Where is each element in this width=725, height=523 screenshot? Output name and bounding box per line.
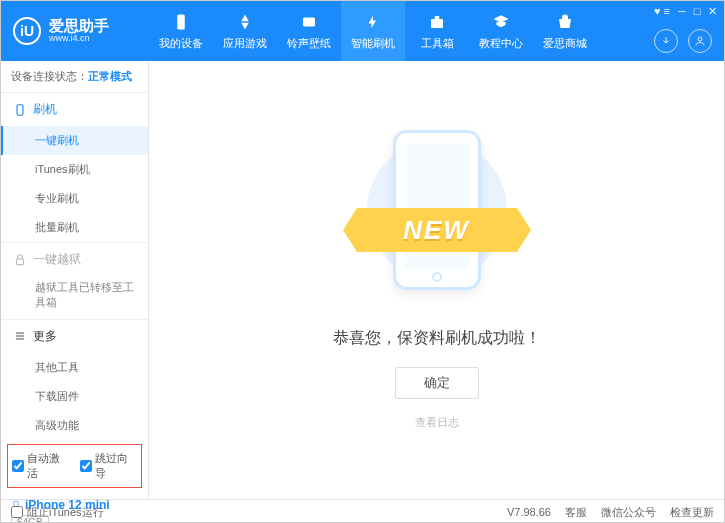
titlebar: iU 爱思助手 www.i4.cn 我的设备 应用游戏 铃声壁纸 智能刷机 工具…	[1, 1, 724, 61]
nav-apps[interactable]: 应用游戏	[213, 1, 277, 61]
connection-status: 设备连接状态：正常模式	[1, 61, 148, 92]
maximize-icon[interactable]: □	[694, 5, 701, 17]
checkbox-skip-guide[interactable]: 跳过向导	[80, 451, 138, 481]
logo-icon: iU	[13, 17, 41, 45]
svg-rect-1	[303, 17, 315, 26]
svg-rect-5	[17, 104, 23, 115]
app-title: 爱思助手	[49, 18, 109, 35]
svg-point-4	[698, 37, 702, 41]
nav-tutorials[interactable]: 教程中心	[469, 1, 533, 61]
svg-rect-6	[17, 258, 24, 264]
section-flash[interactable]: 刷机	[1, 93, 148, 126]
main-nav: 我的设备 应用游戏 铃声壁纸 智能刷机 工具箱 教程中心 爱思商城	[149, 1, 654, 61]
sidebar-item-advanced[interactable]: 高级功能	[1, 411, 148, 440]
svg-rect-2	[431, 19, 443, 28]
checkbox-auto-activate[interactable]: 自动激活	[12, 451, 70, 481]
nav-flash[interactable]: 智能刷机	[341, 1, 405, 61]
svg-rect-0	[177, 14, 185, 29]
sidebar-item-batch[interactable]: 批量刷机	[1, 213, 148, 242]
sidebar-item-itunes[interactable]: iTunes刷机	[1, 155, 148, 184]
app-url: www.i4.cn	[49, 34, 109, 44]
version-label: V7.98.66	[507, 506, 551, 518]
svg-rect-3	[435, 16, 440, 19]
nav-my-device[interactable]: 我的设备	[149, 1, 213, 61]
sidebar-item-oneclick[interactable]: 一键刷机	[1, 126, 148, 155]
options-highlighted: 自动激活 跳过向导	[7, 444, 142, 488]
support-link[interactable]: 客服	[565, 505, 587, 520]
main-content: NEW 恭喜您，保资料刷机成功啦！ 确定 查看日志	[149, 61, 724, 499]
sidebar: 设备连接状态：正常模式 刷机 一键刷机 iTunes刷机 专业刷机 批量刷机 一…	[1, 61, 149, 499]
nav-store[interactable]: 爱思商城	[533, 1, 597, 61]
nav-ringtones[interactable]: 铃声壁纸	[277, 1, 341, 61]
update-link[interactable]: 检查更新	[670, 505, 714, 520]
close-icon[interactable]: ✕	[708, 5, 717, 18]
phone-illustration: NEW	[367, 130, 507, 310]
sidebar-item-download-fw[interactable]: 下载固件	[1, 382, 148, 411]
user-icon[interactable]	[688, 29, 712, 53]
minimize-icon[interactable]: ─	[678, 5, 686, 17]
sidebar-item-other[interactable]: 其他工具	[1, 353, 148, 382]
ok-button[interactable]: 确定	[395, 367, 479, 399]
success-message: 恭喜您，保资料刷机成功啦！	[333, 328, 541, 349]
new-banner: NEW	[357, 208, 517, 252]
checkbox-block-itunes[interactable]: 阻止iTunes运行	[11, 505, 104, 520]
logo-area: iU 爱思助手 www.i4.cn	[1, 1, 149, 61]
jailbreak-note: 越狱工具已转移至工具箱	[1, 276, 148, 319]
section-jailbreak: 一键越狱	[1, 243, 148, 276]
window-controls: ♥ ≡ ─ □ ✕	[654, 1, 724, 18]
wechat-link[interactable]: 微信公众号	[601, 505, 656, 520]
sidebar-item-pro[interactable]: 专业刷机	[1, 184, 148, 213]
menu-icon[interactable]: ♥ ≡	[654, 5, 670, 17]
download-icon[interactable]	[654, 29, 678, 53]
section-more[interactable]: 更多	[1, 320, 148, 353]
view-log-link[interactable]: 查看日志	[415, 415, 459, 430]
nav-toolbox[interactable]: 工具箱	[405, 1, 469, 61]
